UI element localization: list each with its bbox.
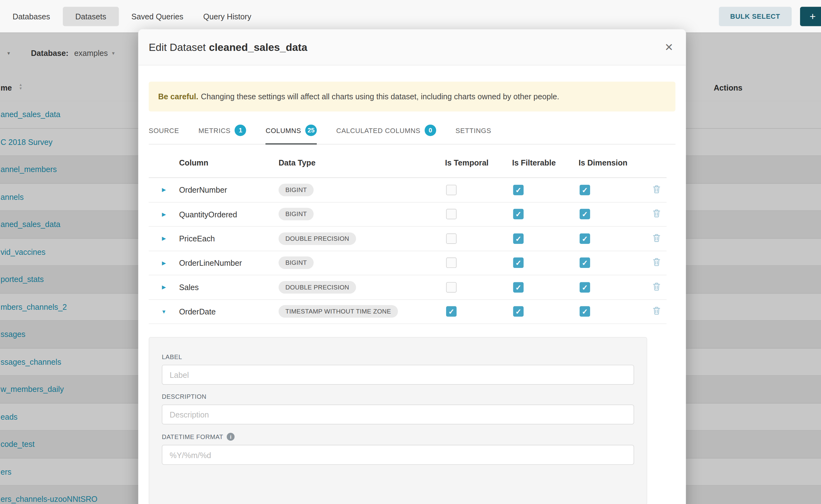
tab-badge: 1 [235,125,246,136]
trash-icon[interactable] [652,282,661,291]
column-header-column: Column [179,158,278,167]
checkbox-cell [445,258,512,268]
caret-cell: ▶ [149,260,179,266]
modal-tabs: SOURCEMETRICS1COLUMNS25CALCULATED COLUMN… [149,118,675,145]
trash-icon[interactable] [652,306,661,315]
label-input[interactable] [162,365,634,385]
column-name: Sales [179,283,278,291]
is-filterable-checkbox[interactable]: ✓ [513,306,524,317]
is-temporal-checkbox[interactable] [446,209,457,220]
is-filterable-checkbox[interactable]: ✓ [513,258,524,268]
warning-text: Changing these settings will affect all … [201,92,559,101]
is-filterable-checkbox[interactable]: ✓ [513,185,524,195]
expand-caret-icon[interactable]: ▶ [149,187,179,193]
column-row: ▶OrderNumberBIGINT✓✓ [149,178,667,202]
tab-label: CALCULATED COLUMNS [336,126,421,134]
is-dimension-checkbox[interactable]: ✓ [580,233,590,244]
label-field: LABEL [162,353,634,385]
close-icon[interactable]: ✕ [665,42,673,52]
trash-cell [647,282,667,293]
edit-dataset-modal: Edit Datasetcleaned_sales_data ✕ Be care… [138,29,686,504]
tab-settings[interactable]: SETTINGS [456,118,491,145]
is-filterable-checkbox[interactable]: ✓ [513,233,524,244]
column-detail-panel: LABEL DESCRIPTION DATETIME FORMAT i [149,337,647,504]
expand-caret-icon[interactable]: ▶ [149,284,179,290]
warning-banner: Be careful. Changing these settings will… [149,82,675,111]
expand-caret-icon[interactable]: ▶ [149,211,179,217]
nav-item-datasets[interactable]: Datasets [63,7,119,26]
is-dimension-checkbox[interactable]: ✓ [580,258,590,268]
is-dimension-checkbox[interactable]: ✓ [580,209,590,220]
columns-table-rows: ▶OrderNumberBIGINT✓✓ ▶QuantityOrderedBIG… [149,178,667,324]
tab-columns[interactable]: COLUMNS25 [265,118,317,145]
data-type-pill: DOUBLE PRECISION [279,232,356,245]
tab-label: COLUMNS [265,126,301,134]
tab-badge: 0 [425,125,436,136]
expand-caret-icon[interactable]: ▶ [149,236,179,241]
info-icon[interactable]: i [227,433,235,441]
modal-title: Edit Datasetcleaned_sales_data [149,41,307,53]
is-temporal-checkbox[interactable] [446,185,457,195]
nav-item-saved-queries[interactable]: Saved Queries [124,7,190,26]
data-type-cell: TIMESTAMP WITHOUT TIME ZONE [279,305,445,318]
caret-cell: ▼ [149,309,179,314]
modal-body: Be careful. Changing these settings will… [138,82,686,504]
nav-right: BULK SELECT + [719,7,821,26]
label-field-label: LABEL [162,353,634,360]
datetime-format-field-label: DATETIME FORMAT i [162,433,634,441]
is-filterable-checkbox[interactable]: ✓ [513,282,524,293]
datetime-format-field: DATETIME FORMAT i [162,433,634,465]
data-type-cell: BIGINT [279,208,445,220]
description-field: DESCRIPTION [162,393,634,425]
trash-icon[interactable] [652,185,661,193]
trash-icon[interactable] [652,209,661,218]
bulk-select-button[interactable]: BULK SELECT [719,7,792,26]
datetime-format-input[interactable] [162,445,634,465]
data-type-pill: BIGINT [279,184,314,196]
checkbox-cell: ✓ [579,209,647,220]
column-name: OrderDate [179,307,278,316]
warning-bold-text: Be careful. [158,92,198,101]
tab-metrics[interactable]: METRICS1 [198,118,246,145]
data-type-pill: DOUBLE PRECISION [279,281,356,294]
checkbox-cell: ✓ [579,233,647,244]
column-row: ▼OrderDateTIMESTAMP WITHOUT TIME ZONE✓✓✓ [149,300,667,324]
data-type-pill: BIGINT [279,208,314,220]
trash-icon[interactable] [652,233,661,242]
checkbox-cell: ✓ [512,306,579,317]
is-dimension-checkbox[interactable]: ✓ [580,185,590,195]
expand-caret-icon[interactable]: ▶ [149,260,179,266]
columns-table-header: ColumnData TypeIs TemporalIs FilterableI… [149,145,667,178]
checkbox-cell: ✓ [445,306,512,317]
checkbox-cell: ✓ [579,258,647,268]
collapse-caret-icon[interactable]: ▼ [149,309,179,314]
trash-cell [647,258,667,268]
is-temporal-checkbox[interactable] [446,233,457,244]
checkbox-cell: ✓ [512,185,579,195]
column-row: ▶OrderLineNumberBIGINT✓✓ [149,251,667,275]
data-type-pill: BIGINT [279,257,314,269]
is-temporal-checkbox[interactable]: ✓ [446,306,457,317]
trash-cell [647,233,667,244]
trash-cell [647,209,667,220]
checkbox-cell: ✓ [579,282,647,293]
is-temporal-checkbox[interactable] [446,258,457,268]
is-temporal-checkbox[interactable] [446,282,457,293]
tab-badge: 25 [305,125,317,136]
add-dataset-button[interactable]: + [800,7,821,26]
tab-source[interactable]: SOURCE [149,118,179,145]
data-type-cell: BIGINT [279,257,445,269]
modal-header: Edit Datasetcleaned_sales_data ✕ [138,29,686,66]
nav-item-query-history[interactable]: Query History [196,7,259,26]
is-filterable-checkbox[interactable]: ✓ [513,209,524,220]
caret-cell: ▶ [149,211,179,217]
nav-item-databases[interactable]: Databases [5,7,57,26]
is-dimension-checkbox[interactable]: ✓ [580,282,590,293]
trash-icon[interactable] [652,258,661,266]
column-name: QuantityOrdered [179,210,278,219]
tab-label: SETTINGS [456,126,491,134]
description-input[interactable] [162,405,634,425]
is-dimension-checkbox[interactable]: ✓ [580,306,590,317]
column-name: PriceEach [179,234,278,243]
tab-calculated-columns[interactable]: CALCULATED COLUMNS0 [336,118,436,145]
